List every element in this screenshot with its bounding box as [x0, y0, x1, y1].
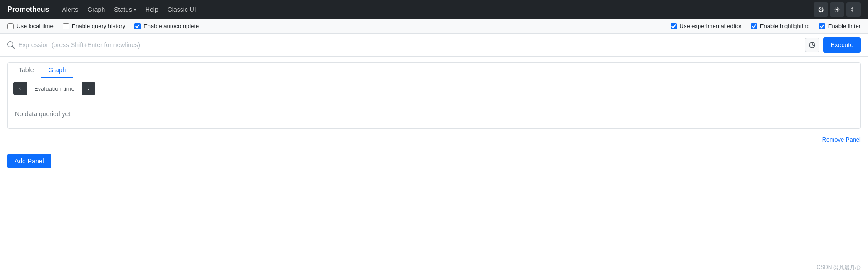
use-local-time-checkbox[interactable] [7, 23, 14, 29]
eval-time-prev-button[interactable]: ‹ [13, 82, 27, 95]
eval-time-row: ‹ Evaluation time › [8, 78, 860, 99]
chevron-down-icon: ▾ [134, 7, 136, 12]
remove-panel-row: Remove Panel [0, 134, 868, 147]
search-icon [7, 41, 15, 49]
use-local-time-label: Use local time [16, 23, 54, 29]
use-experimental-editor-checkbox[interactable] [671, 23, 677, 29]
enable-autocomplete-label: Enable autocomplete [143, 23, 199, 29]
navbar-icon-group: ⚙ ☀ ☾ [814, 2, 861, 17]
use-experimental-editor-checkbox-label[interactable]: Use experimental editor [671, 23, 742, 29]
expression-input[interactable] [18, 41, 801, 49]
add-panel-area: Add Panel [0, 147, 868, 176]
metrics-explorer-button[interactable] [805, 38, 819, 52]
moon-icon-button[interactable]: ☾ [846, 2, 861, 17]
enable-query-history-checkbox[interactable] [63, 23, 69, 29]
right-options-group: Use experimental editor Enable highlight… [671, 23, 861, 29]
use-local-time-checkbox-label[interactable]: Use local time [7, 23, 54, 29]
enable-query-history-label: Enable query history [72, 23, 126, 29]
brand-logo: Prometheus [7, 5, 49, 14]
options-bar: Use local time Enable query history Enab… [0, 19, 868, 34]
nav-status-label: Status [114, 6, 132, 13]
enable-linter-checkbox[interactable] [819, 23, 825, 29]
nav-classic-ui[interactable]: Classic UI [168, 4, 196, 15]
no-data-message: No data queried yet [8, 99, 860, 128]
nav-alerts[interactable]: Alerts [62, 4, 78, 15]
add-panel-button[interactable]: Add Panel [7, 154, 51, 168]
execute-button[interactable]: Execute [823, 37, 861, 53]
nav-status-dropdown[interactable]: Status ▾ [114, 6, 136, 13]
enable-query-history-checkbox-label[interactable]: Enable query history [63, 23, 126, 29]
navbar: Prometheus Alerts Graph Status ▾ Help Cl… [0, 0, 868, 19]
nav-graph[interactable]: Graph [87, 4, 105, 15]
enable-highlighting-checkbox[interactable] [751, 23, 757, 29]
nav-help[interactable]: Help [145, 4, 158, 15]
use-experimental-editor-label: Use experimental editor [680, 23, 742, 29]
tab-graph[interactable]: Graph [41, 63, 73, 78]
sun-icon-button[interactable]: ☀ [830, 2, 844, 17]
panel-tabs: Table Graph [8, 63, 860, 78]
enable-highlighting-checkbox-label[interactable]: Enable highlighting [751, 23, 810, 29]
enable-linter-label: Enable linter [828, 23, 861, 29]
enable-autocomplete-checkbox-label[interactable]: Enable autocomplete [134, 23, 199, 29]
enable-autocomplete-checkbox[interactable] [134, 23, 141, 29]
eval-time-next-button[interactable]: › [82, 82, 95, 95]
tab-table[interactable]: Table [11, 63, 41, 78]
enable-linter-checkbox-label[interactable]: Enable linter [819, 23, 861, 29]
eval-time-label: Evaluation time [27, 82, 82, 95]
gear-icon-button[interactable]: ⚙ [814, 2, 828, 17]
search-bar: Execute [0, 34, 868, 57]
remove-panel-link[interactable]: Remove Panel [822, 136, 861, 143]
enable-highlighting-label: Enable highlighting [760, 23, 810, 29]
query-panel: Table Graph ‹ Evaluation time › No data … [7, 62, 861, 129]
